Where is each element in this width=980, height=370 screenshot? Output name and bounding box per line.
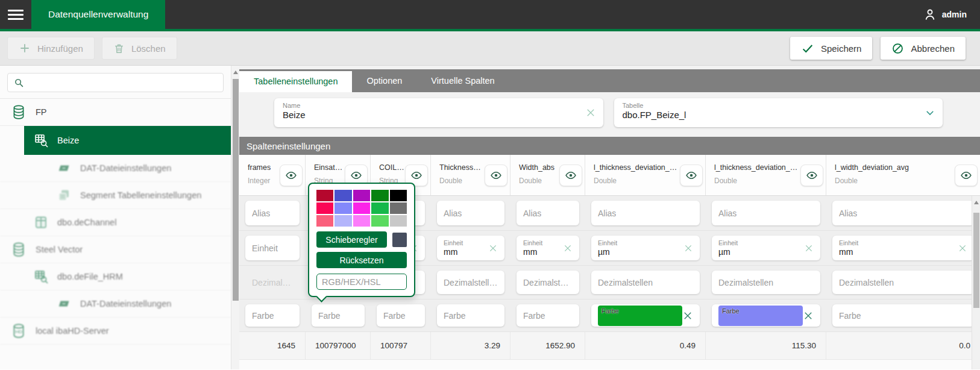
column-header-thickness-abs: Thickness_absDouble: [431, 155, 510, 195]
alias-input[interactable]: Alias: [712, 201, 820, 225]
sidebar-item-steel-vector[interactable]: Steel Vector: [0, 236, 231, 263]
clear-name-icon[interactable]: [585, 107, 596, 118]
decimals-input[interactable]: Dezimalstellen: [591, 271, 700, 294]
decimals-input[interactable]: Dezimalstellen: [437, 271, 504, 294]
menu-button[interactable]: [0, 0, 31, 29]
decimals-input[interactable]: Dezimalstellen: [712, 271, 820, 294]
unit-input[interactable]: Einheitµm: [712, 236, 820, 260]
sidebar-item-dat-dateieinstellungen[interactable]: DAT-Dateieinstellungen: [0, 290, 231, 318]
swatch-fb24e8[interactable]: [353, 202, 370, 214]
swatch-b3b5fb[interactable]: [335, 215, 351, 227]
alias-input[interactable]: Alias: [245, 201, 300, 225]
tab-optionen[interactable]: Optionen: [352, 69, 416, 92]
column-type: Double: [714, 177, 800, 185]
swatch-6f6f6f[interactable]: [390, 202, 407, 214]
tab-virtuelle-spalten[interactable]: Virtuelle Spalten: [416, 69, 509, 92]
scroll-up-arrow-icon[interactable]: [233, 71, 238, 74]
alias-input[interactable]: Alias: [517, 201, 579, 225]
swatch-4a52cc[interactable]: [335, 190, 351, 201]
color-input[interactable]: Farbe: [437, 304, 504, 327]
chevron-down-icon[interactable]: [925, 107, 935, 118]
decimals-input[interactable]: Dezimalstellen: [832, 271, 974, 294]
selected-color-swatch[interactable]: Farbe: [598, 306, 682, 326]
table-icon: [34, 215, 48, 230]
app-title-tab[interactable]: Datenquellenverwaltung: [31, 0, 165, 29]
visibility-toggle-button[interactable]: [955, 165, 978, 186]
alias-input[interactable]: Alias: [832, 201, 974, 225]
clear-color-icon[interactable]: [682, 310, 693, 321]
sidebar-item-fp[interactable]: FP: [0, 99, 231, 126]
unit-input[interactable]: Einheit: [245, 236, 300, 260]
swatch-ad0dbd[interactable]: [353, 190, 370, 201]
name-input[interactable]: [283, 110, 570, 120]
add-button[interactable]: Hinzufügen: [7, 37, 95, 60]
clear-unit-icon[interactable]: [488, 243, 498, 253]
alias-placeholder: Alias: [598, 209, 616, 218]
sidebar-scroll-thumb[interactable]: [233, 79, 239, 301]
decimals-input[interactable]: Dezimalstellen: [517, 271, 579, 294]
visibility-toggle-button[interactable]: [680, 165, 703, 186]
clear-unit-icon[interactable]: [958, 243, 967, 253]
color-input[interactable]: Farbe: [712, 304, 820, 327]
color-input[interactable]: Farbe: [312, 304, 365, 327]
name-field[interactable]: Name: [274, 98, 603, 127]
alias-input[interactable]: Alias: [437, 201, 504, 225]
add-button-label: Hinzufügen: [37, 43, 83, 54]
reset-button[interactable]: Rücksetzen: [316, 252, 407, 268]
unit-input[interactable]: Einheitmm: [517, 236, 579, 260]
cancel-button[interactable]: Abbrechen: [881, 37, 966, 60]
unit-input[interactable]: Einheitmm: [437, 236, 504, 260]
sidebar-item-segment-tabelleneinstellungen[interactable]: Segment Tabelleneinstellungen: [0, 182, 231, 209]
swatch-16b84a[interactable]: [371, 202, 388, 214]
user-menu[interactable]: admin: [923, 0, 980, 29]
swatch-c8c8c8[interactable]: [390, 215, 407, 227]
color-input[interactable]: Farbe: [591, 304, 700, 327]
color-input[interactable]: Farbe: [377, 304, 425, 327]
grid-scrollbar[interactable]: [972, 196, 980, 369]
clear-unit-icon[interactable]: [683, 243, 693, 253]
swatch-fb7cfa[interactable]: [353, 215, 370, 227]
sidebar-item-dbo-dechannel[interactable]: dbo.deChannel: [0, 209, 231, 236]
color-input[interactable]: Farbe: [832, 304, 974, 327]
sidebar-scrollbar[interactable]: [231, 66, 239, 369]
swatch-068211[interactable]: [371, 190, 388, 201]
sidebar-item-beize[interactable]: Beize: [24, 126, 231, 155]
swatch-fb0655[interactable]: [316, 202, 333, 214]
color-input[interactable]: Farbe: [517, 304, 579, 327]
visibility-toggle-button[interactable]: [485, 165, 507, 186]
data-cell: 100797: [371, 332, 431, 359]
selected-color-swatch[interactable]: Farbe: [718, 306, 803, 326]
visibility-toggle-button[interactable]: [280, 165, 303, 186]
clear-unit-icon[interactable]: [804, 243, 814, 253]
unit-placeholder: Einheit: [252, 243, 293, 253]
unit-input[interactable]: Einheitmm: [832, 236, 974, 260]
column-type: Integer: [248, 177, 271, 185]
table-field[interactable]: Tabelle: [614, 98, 943, 127]
visibility-toggle-button[interactable]: [559, 165, 582, 186]
swatch-8388fb[interactable]: [335, 202, 351, 214]
current-color-swatch[interactable]: [392, 233, 407, 247]
unit-input[interactable]: Einheitµm: [591, 236, 700, 260]
tab-tabelleneinstellungen[interactable]: Tabelleneinstellungen: [239, 71, 352, 92]
grid-scroll-up-arrow-icon[interactable]: [974, 201, 979, 204]
table-select-input[interactable]: [623, 110, 909, 120]
swatch-000000[interactable]: [390, 190, 407, 201]
swatch-5ada60[interactable]: [371, 215, 388, 227]
swatch-fa607c[interactable]: [316, 215, 333, 227]
grid-scroll-thumb[interactable]: [973, 213, 979, 308]
slider-button[interactable]: Schieberegler: [316, 231, 387, 248]
search-input[interactable]: [29, 78, 217, 87]
search-box[interactable]: [7, 73, 224, 92]
swatch-b5072d[interactable]: [316, 190, 333, 201]
save-button[interactable]: Speichern: [790, 37, 873, 60]
sidebar-item-dat-dateieinstellungen[interactable]: DAT-Dateieinstellungen: [0, 155, 231, 182]
alias-input[interactable]: Alias: [591, 201, 700, 225]
delete-button[interactable]: Löschen: [102, 37, 177, 60]
sidebar-item-dbo-defile-hrm[interactable]: dbo.deFile_HRM: [0, 263, 231, 290]
clear-unit-icon[interactable]: [563, 243, 573, 253]
sidebar-item-local-ibahd-server[interactable]: HDlocal ibaHD-Server: [0, 318, 231, 345]
visibility-toggle-button[interactable]: [800, 165, 823, 186]
clear-color-icon[interactable]: [803, 310, 814, 321]
color-input[interactable]: Farbe: [245, 304, 300, 327]
color-code-input[interactable]: [316, 274, 407, 290]
